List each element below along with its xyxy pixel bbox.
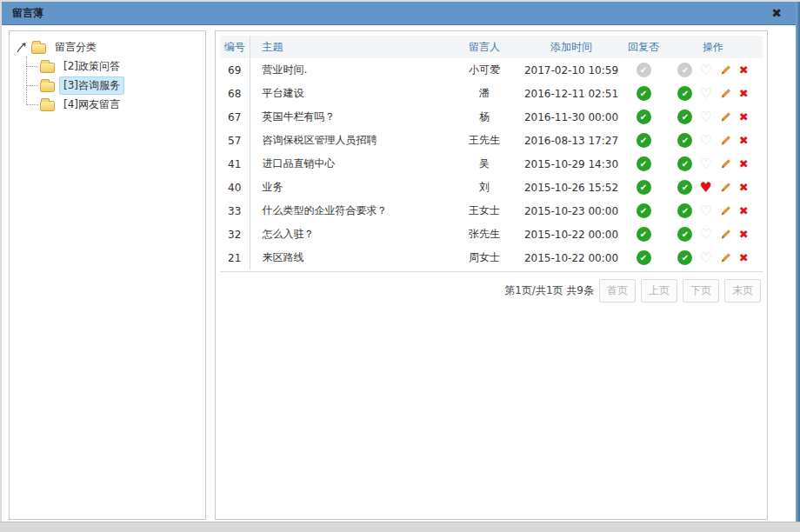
row-actions-cell: ✔ ♡ ✖ xyxy=(663,58,763,82)
row-author-cell: 小可爱 xyxy=(450,58,519,82)
heart-icon[interactable]: ♡ xyxy=(699,157,711,171)
approved-check-icon[interactable]: ✔ xyxy=(677,63,692,77)
header-id: 编号 xyxy=(220,36,250,58)
category-tree-panel: 留言分类 [2]政策问答 [3]咨询服务 [4]网友留言 xyxy=(9,30,206,520)
heart-icon[interactable]: ♡ xyxy=(699,251,711,265)
heart-icon[interactable]: ♡ xyxy=(699,204,711,218)
heart-icon[interactable]: ♡ xyxy=(699,110,711,124)
row-author-cell: 王先生 xyxy=(450,129,519,152)
replied-check-icon[interactable]: ✔ xyxy=(637,180,651,195)
message-board-window: 留言薄 ✖ 留言分类 [2]政策问答 [3]咨询服务 [4]网友留言 xyxy=(0,0,800,532)
heart-icon[interactable]: ♡ xyxy=(699,228,711,242)
edit-pencil-icon[interactable] xyxy=(719,228,732,241)
delete-icon[interactable]: ✖ xyxy=(739,158,749,170)
row-subject-cell: 营业时间. xyxy=(250,58,450,82)
delete-icon[interactable]: ✖ xyxy=(739,182,749,193)
edit-pencil-icon[interactable] xyxy=(719,87,732,100)
replied-check-icon[interactable]: ✔ xyxy=(637,63,651,77)
delete-icon[interactable]: ✖ xyxy=(739,252,749,263)
row-actions-cell: ✔ ♡ ✖ xyxy=(663,223,763,246)
replied-check-icon[interactable]: ✔ xyxy=(637,110,651,124)
row-id-cell: 68 xyxy=(220,82,250,105)
last-page-button[interactable]: 末页 xyxy=(724,279,761,303)
replied-check-icon[interactable]: ✔ xyxy=(637,156,651,171)
tree-root-node[interactable]: 留言分类 xyxy=(13,37,202,57)
approved-check-icon[interactable]: ✔ xyxy=(677,133,692,148)
table-row: 69 营业时间. 小可爱 2017-02-10 10:59 ✔ ✔ ♡ ✖ xyxy=(220,58,763,82)
row-actions-cell: ✔ ♥ ✖ xyxy=(663,176,763,199)
heart-icon[interactable]: ♡ xyxy=(699,63,711,77)
row-id-cell: 32 xyxy=(220,223,250,246)
approved-check-icon[interactable]: ✔ xyxy=(677,86,692,101)
table-row: 21 来区路线 周女士 2015-10-22 00:00 ✔ ✔ ♡ ✖ xyxy=(220,246,763,269)
approved-check-icon[interactable]: ✔ xyxy=(677,180,692,195)
replied-check-icon[interactable]: ✔ xyxy=(637,133,651,148)
row-replied-cell: ✔ xyxy=(623,152,663,176)
approved-check-icon[interactable]: ✔ xyxy=(677,227,692,242)
heart-icon[interactable]: ♥ xyxy=(699,181,711,195)
tree-node-label: [3]咨询服务 xyxy=(59,76,124,95)
table-row: 40 业务 刘 2015-10-26 15:52 ✔ ✔ ♥ ✖ xyxy=(220,176,763,199)
tree-children: [2]政策问答 [3]咨询服务 [4]网友留言 xyxy=(26,57,202,114)
pagination: 第1页/共1页 共9条 首页 上页 下页 末页 xyxy=(220,271,763,309)
edit-pencil-icon[interactable] xyxy=(719,110,732,123)
first-page-button[interactable]: 首页 xyxy=(599,279,636,303)
row-time-cell: 2015-10-22 00:00 xyxy=(519,223,623,246)
edit-pencil-icon[interactable] xyxy=(719,204,732,217)
delete-icon[interactable]: ✖ xyxy=(739,135,749,146)
header-replied: 回复否 xyxy=(623,36,663,58)
table-row: 68 平台建设 潘 2016-12-11 02:51 ✔ ✔ ♡ ✖ xyxy=(220,82,763,105)
tree-node[interactable]: [3]咨询服务 xyxy=(27,76,202,95)
window-right-edge xyxy=(796,2,800,522)
row-author-cell: 周女士 xyxy=(450,246,519,269)
row-author-cell: 刘 xyxy=(450,176,519,199)
approved-check-icon[interactable]: ✔ xyxy=(677,156,692,171)
delete-icon[interactable]: ✖ xyxy=(739,205,749,216)
replied-check-icon[interactable]: ✔ xyxy=(637,227,651,242)
row-author-cell: 王女士 xyxy=(450,199,519,223)
approved-check-icon[interactable]: ✔ xyxy=(677,250,692,265)
heart-icon[interactable]: ♡ xyxy=(699,134,711,148)
row-subject-cell: 英国牛栏有吗？ xyxy=(250,105,450,129)
row-id-cell: 67 xyxy=(220,105,250,129)
tree-node[interactable]: [2]政策问答 xyxy=(27,57,202,76)
tree-node[interactable]: [4]网友留言 xyxy=(27,95,202,114)
header-subject: 主题 xyxy=(250,36,450,58)
table-row: 57 咨询保税区管理人员招聘 王先生 2016-08-13 17:27 ✔ ✔ … xyxy=(220,129,763,152)
row-replied-cell: ✔ xyxy=(623,129,663,152)
replied-check-icon[interactable]: ✔ xyxy=(637,203,651,218)
row-subject-cell: 咨询保税区管理人员招聘 xyxy=(250,129,450,152)
row-subject-cell: 业务 xyxy=(250,176,450,199)
approved-check-icon[interactable]: ✔ xyxy=(677,203,692,218)
window-left-edge xyxy=(0,0,2,532)
approved-check-icon[interactable]: ✔ xyxy=(677,110,692,124)
replied-check-icon[interactable]: ✔ xyxy=(637,250,651,265)
delete-icon[interactable]: ✖ xyxy=(739,229,749,240)
row-replied-cell: ✔ xyxy=(623,246,663,269)
edit-pencil-icon[interactable] xyxy=(719,63,732,76)
heart-icon[interactable]: ♡ xyxy=(699,87,711,101)
row-id-cell: 40 xyxy=(220,176,250,199)
row-id-cell: 21 xyxy=(220,246,250,269)
edit-pencil-icon[interactable] xyxy=(719,181,732,194)
row-author-cell: 潘 xyxy=(450,82,519,105)
row-author-cell: 吴 xyxy=(450,152,519,176)
edit-pencil-icon[interactable] xyxy=(719,251,732,264)
row-replied-cell: ✔ xyxy=(623,82,663,105)
edit-pencil-icon[interactable] xyxy=(719,134,732,147)
edit-pencil-icon[interactable] xyxy=(719,157,732,170)
row-actions-cell: ✔ ♡ ✖ xyxy=(663,152,763,176)
row-time-cell: 2016-11-30 00:00 xyxy=(519,105,623,129)
prev-page-button[interactable]: 上页 xyxy=(641,279,677,303)
replied-check-icon[interactable]: ✔ xyxy=(637,86,651,101)
delete-icon[interactable]: ✖ xyxy=(739,111,749,123)
close-icon[interactable]: ✖ xyxy=(768,5,785,21)
next-page-button[interactable]: 下页 xyxy=(683,279,719,303)
dialog-titlebar: 留言薄 ✖ xyxy=(2,2,796,25)
row-actions-cell: ✔ ♡ ✖ xyxy=(663,129,763,152)
delete-icon[interactable]: ✖ xyxy=(739,88,749,99)
delete-icon[interactable]: ✖ xyxy=(739,64,749,76)
row-time-cell: 2015-10-29 14:30 xyxy=(519,152,623,176)
row-id-cell: 57 xyxy=(220,129,250,152)
row-subject-cell: 什么类型的企业符合要求？ xyxy=(250,199,450,223)
